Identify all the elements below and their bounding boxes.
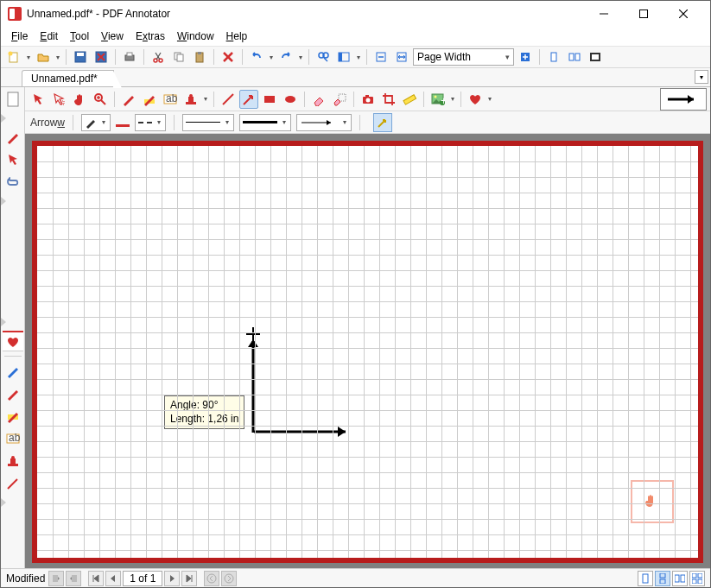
page-thumb-next-icon[interactable] [66, 571, 81, 586]
menu-tool[interactable]: Tool [65, 28, 94, 44]
tab-document[interactable]: Unnamed.pdf* [22, 70, 114, 86]
last-page-icon[interactable] [181, 571, 197, 586]
zoom-in-icon[interactable] [516, 47, 535, 66]
close-button[interactable] [663, 1, 703, 27]
pen-tool-icon[interactable] [119, 90, 138, 109]
page-thumb-prev-icon[interactable] [48, 571, 64, 586]
tab-dropdown[interactable]: ▾ [695, 70, 708, 84]
lasso-icon[interactable] [49, 90, 68, 109]
search-icon[interactable] [314, 47, 333, 66]
pan-icon[interactable] [70, 90, 89, 109]
snap-toggle[interactable] [373, 113, 392, 132]
image-dropdown[interactable]: ▾ [449, 95, 456, 103]
view-single-icon[interactable] [638, 571, 653, 586]
clip-icon[interactable] [3, 172, 23, 193]
arrow-style-select[interactable]: ▾ [296, 114, 352, 131]
undo-dropdown[interactable]: ▾ [268, 54, 275, 61]
zoom-out-icon[interactable] [371, 47, 390, 66]
heart-dropdown[interactable]: ▾ [486, 95, 493, 103]
fit-width-icon[interactable] [392, 47, 411, 66]
undo-icon[interactable] [247, 47, 266, 66]
fullscreen-icon[interactable] [586, 47, 605, 66]
nav-back-icon[interactable] [204, 571, 219, 586]
zoom-select[interactable]: Page Width ▾ [413, 48, 514, 66]
erase-area-icon[interactable] [330, 90, 349, 109]
maximize-button[interactable] [624, 1, 663, 27]
current-tool-preview[interactable] [660, 88, 707, 111]
fav-pen-red-icon[interactable] [3, 383, 23, 404]
sidebar-dropdown[interactable]: ▾ [355, 54, 362, 61]
paste-icon[interactable] [190, 47, 209, 66]
fav-stamp-icon[interactable] [3, 451, 23, 471]
canvas-area[interactable]: Angle: 90° Length: 1,26 in [25, 134, 710, 570]
view-continuous-icon[interactable] [655, 571, 670, 586]
fav-marker-icon[interactable] [3, 406, 23, 427]
floating-palette[interactable] [631, 480, 674, 523]
single-page-icon[interactable] [544, 47, 563, 66]
menu-file[interactable]: File [6, 28, 33, 44]
cut-icon[interactable] [149, 47, 168, 66]
copy-icon[interactable] [169, 47, 188, 66]
camera-icon[interactable] [359, 90, 378, 109]
fav-arrow-icon[interactable] [3, 473, 23, 494]
view-two-cont-icon[interactable] [689, 571, 705, 586]
print-icon[interactable] [120, 47, 139, 66]
menu-extras[interactable]: Extras [130, 28, 170, 44]
prev-page-icon[interactable] [105, 571, 121, 586]
first-page-icon[interactable] [88, 571, 104, 586]
menu-edit[interactable]: Edit [35, 28, 63, 44]
eraser-icon[interactable] [309, 90, 328, 109]
menu-view[interactable]: View [96, 28, 129, 44]
highlighter-icon[interactable] [140, 90, 159, 109]
tool-name-label: Arroww [30, 117, 65, 129]
image-tool-icon[interactable]: + [429, 90, 448, 109]
fav-pen-blue-icon[interactable] [3, 361, 23, 382]
ellipse-tool-icon[interactable] [281, 90, 300, 109]
fav-text-icon[interactable]: ab| [3, 428, 23, 449]
new-icon[interactable] [4, 47, 23, 66]
two-page-icon[interactable] [565, 47, 584, 66]
pointer-quick-icon[interactable] [3, 149, 23, 170]
save-remove-icon[interactable] [92, 47, 111, 66]
save-icon[interactable] [71, 47, 90, 66]
text-tool-icon[interactable]: ab| [161, 90, 180, 109]
menu-window[interactable]: Window [172, 28, 219, 44]
magnify-icon[interactable] [91, 90, 110, 109]
menubar: File Edit Tool View Extras Window Help [1, 27, 710, 46]
arrow-tool-icon[interactable] [239, 90, 258, 109]
new-dropdown[interactable]: ▾ [25, 54, 32, 61]
svg-rect-44 [8, 464, 18, 466]
open-icon[interactable] [34, 47, 53, 66]
page-icon[interactable] [3, 89, 23, 110]
sidebar-icon[interactable] [334, 47, 353, 66]
page[interactable]: Angle: 90° Length: 1,26 in [32, 141, 703, 563]
tools-toolbar: ab| ▾ + ▾ ▾ [25, 87, 710, 111]
line-style-select[interactable]: ▾ [182, 114, 234, 131]
favorite-heart-icon[interactable] [3, 331, 23, 351]
color-picker[interactable]: ▾ [81, 114, 111, 131]
pen-quick-icon[interactable] [3, 127, 23, 148]
open-dropdown[interactable]: ▾ [54, 54, 61, 61]
line-width-select[interactable]: ▾ [239, 114, 291, 131]
redo-dropdown[interactable]: ▾ [297, 54, 304, 61]
svg-point-78 [207, 574, 216, 583]
measure-icon[interactable] [400, 90, 419, 109]
stamp-dropdown[interactable]: ▾ [202, 95, 209, 103]
crop-icon[interactable] [379, 90, 398, 109]
delete-icon[interactable] [219, 47, 238, 66]
selector-icon[interactable] [29, 90, 48, 109]
nav-fwd-icon[interactable] [221, 571, 237, 586]
heart-tool-icon[interactable] [466, 90, 485, 109]
next-page-icon[interactable] [164, 571, 180, 586]
line-tool-icon[interactable] [219, 90, 238, 109]
style-picker[interactable]: ▾ [135, 114, 166, 131]
view-two-icon[interactable] [672, 571, 688, 586]
menu-help[interactable]: Help [221, 28, 253, 44]
minimize-button[interactable] [584, 1, 624, 27]
svg-rect-18 [177, 54, 183, 61]
redo-icon[interactable] [276, 47, 295, 66]
page-field[interactable]: 1 of 1 [123, 571, 162, 586]
rect-tool-icon[interactable] [260, 90, 279, 109]
view-mode-buttons [638, 571, 705, 586]
stamp-tool-icon[interactable] [181, 90, 200, 109]
